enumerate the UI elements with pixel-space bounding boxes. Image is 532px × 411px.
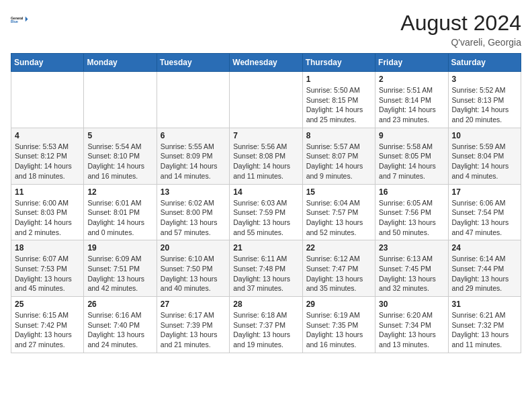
- day-info: Sunrise: 6:19 AMSunset: 7:35 PMDaylight:…: [306, 310, 371, 350]
- calendar-cell: 9Sunrise: 5:58 AMSunset: 8:05 PMDaylight…: [375, 128, 448, 184]
- calendar-cell: 26Sunrise: 6:16 AMSunset: 7:40 PMDayligh…: [84, 297, 157, 353]
- day-number: 18: [15, 243, 80, 253]
- day-info: Sunrise: 5:59 AMSunset: 8:04 PMDaylight:…: [452, 142, 517, 181]
- day-number: 28: [233, 300, 298, 309]
- logo: GeneralBlue: [11, 11, 30, 30]
- day-number: 24: [452, 243, 517, 253]
- calendar-cell: 18Sunrise: 6:07 AMSunset: 7:53 PMDayligh…: [11, 240, 84, 297]
- calendar-header-friday: Friday: [375, 54, 448, 72]
- calendar-cell: 1Sunrise: 5:50 AMSunset: 8:15 PMDaylight…: [302, 72, 375, 128]
- calendar: SundayMondayTuesdayWednesdayThursdayFrid…: [11, 53, 521, 353]
- calendar-cell: 12Sunrise: 6:01 AMSunset: 8:01 PMDayligh…: [84, 184, 157, 240]
- calendar-cell: 15Sunrise: 6:04 AMSunset: 7:57 PMDayligh…: [302, 184, 375, 240]
- calendar-header: SundayMondayTuesdayWednesdayThursdayFrid…: [11, 54, 521, 72]
- day-number: 2: [379, 75, 444, 84]
- day-info: Sunrise: 6:09 AMSunset: 7:51 PMDaylight:…: [87, 254, 152, 293]
- calendar-cell: 20Sunrise: 6:10 AMSunset: 7:50 PMDayligh…: [157, 240, 229, 297]
- page-header: GeneralBlue August 2024 Q'vareli, Georgi…: [11, 11, 521, 48]
- calendar-week-1: 1Sunrise: 5:50 AMSunset: 8:15 PMDaylight…: [11, 72, 521, 128]
- day-number: 20: [161, 243, 226, 253]
- day-info: Sunrise: 6:12 AMSunset: 7:47 PMDaylight:…: [306, 254, 371, 293]
- day-info: Sunrise: 6:11 AMSunset: 7:48 PMDaylight:…: [233, 254, 298, 293]
- day-number: 12: [87, 187, 152, 197]
- calendar-cell: 22Sunrise: 6:12 AMSunset: 7:47 PMDayligh…: [302, 240, 375, 297]
- calendar-cell: 30Sunrise: 6:20 AMSunset: 7:34 PMDayligh…: [375, 297, 448, 353]
- day-number: 4: [15, 131, 80, 140]
- day-info: Sunrise: 6:03 AMSunset: 7:59 PMDaylight:…: [233, 198, 298, 238]
- calendar-cell: 8Sunrise: 5:57 AMSunset: 8:07 PMDaylight…: [302, 128, 375, 184]
- calendar-cell: 24Sunrise: 6:14 AMSunset: 7:44 PMDayligh…: [448, 240, 521, 297]
- day-number: 16: [379, 187, 444, 197]
- calendar-cell: 16Sunrise: 6:05 AMSunset: 7:56 PMDayligh…: [375, 184, 448, 240]
- day-info: Sunrise: 5:52 AMSunset: 8:13 PMDaylight:…: [452, 85, 517, 125]
- calendar-cell: [84, 72, 157, 128]
- calendar-cell: 31Sunrise: 6:21 AMSunset: 7:32 PMDayligh…: [448, 297, 521, 353]
- day-number: 27: [161, 300, 226, 309]
- calendar-header-sunday: Sunday: [11, 54, 84, 72]
- day-info: Sunrise: 5:58 AMSunset: 8:05 PMDaylight:…: [379, 142, 444, 181]
- calendar-header-tuesday: Tuesday: [157, 54, 229, 72]
- calendar-cell: 6Sunrise: 5:55 AMSunset: 8:09 PMDaylight…: [157, 128, 229, 184]
- day-info: Sunrise: 6:05 AMSunset: 7:56 PMDaylight:…: [379, 198, 444, 238]
- day-number: 1: [306, 75, 371, 84]
- day-info: Sunrise: 6:15 AMSunset: 7:42 PMDaylight:…: [15, 310, 80, 350]
- day-number: 22: [306, 243, 371, 253]
- day-number: 23: [379, 243, 444, 253]
- day-number: 6: [161, 131, 226, 140]
- calendar-cell: 17Sunrise: 6:06 AMSunset: 7:54 PMDayligh…: [448, 184, 521, 240]
- day-info: Sunrise: 5:53 AMSunset: 8:12 PMDaylight:…: [15, 142, 80, 181]
- day-number: 21: [233, 243, 298, 253]
- day-number: 14: [233, 187, 298, 197]
- day-number: 30: [379, 300, 444, 309]
- calendar-cell: 2Sunrise: 5:51 AMSunset: 8:14 PMDaylight…: [375, 72, 448, 128]
- day-info: Sunrise: 5:51 AMSunset: 8:14 PMDaylight:…: [379, 85, 444, 125]
- month-title: August 2024: [400, 11, 521, 36]
- day-info: Sunrise: 6:21 AMSunset: 7:32 PMDaylight:…: [452, 310, 517, 350]
- calendar-cell: 3Sunrise: 5:52 AMSunset: 8:13 PMDaylight…: [448, 72, 521, 128]
- day-number: 19: [87, 243, 152, 253]
- day-info: Sunrise: 6:04 AMSunset: 7:57 PMDaylight:…: [306, 198, 371, 238]
- day-number: 5: [87, 131, 152, 140]
- day-info: Sunrise: 6:01 AMSunset: 8:01 PMDaylight:…: [87, 198, 152, 238]
- day-info: Sunrise: 5:55 AMSunset: 8:09 PMDaylight:…: [161, 142, 226, 181]
- logo-icon: GeneralBlue: [11, 11, 30, 30]
- calendar-cell: 29Sunrise: 6:19 AMSunset: 7:35 PMDayligh…: [302, 297, 375, 353]
- calendar-cell: 13Sunrise: 6:02 AMSunset: 8:00 PMDayligh…: [157, 184, 229, 240]
- day-info: Sunrise: 6:18 AMSunset: 7:37 PMDaylight:…: [233, 310, 298, 350]
- calendar-cell: 23Sunrise: 6:13 AMSunset: 7:45 PMDayligh…: [375, 240, 448, 297]
- day-info: Sunrise: 6:13 AMSunset: 7:45 PMDaylight:…: [379, 254, 444, 293]
- location: Q'vareli, Georgia: [400, 37, 521, 48]
- calendar-cell: 27Sunrise: 6:17 AMSunset: 7:39 PMDayligh…: [157, 297, 229, 353]
- day-number: 8: [306, 131, 371, 140]
- day-number: 25: [15, 300, 80, 309]
- calendar-header-thursday: Thursday: [302, 54, 375, 72]
- day-info: Sunrise: 6:20 AMSunset: 7:34 PMDaylight:…: [379, 310, 444, 350]
- calendar-week-5: 25Sunrise: 6:15 AMSunset: 7:42 PMDayligh…: [11, 297, 521, 353]
- day-number: 3: [452, 75, 517, 84]
- calendar-cell: 5Sunrise: 5:54 AMSunset: 8:10 PMDaylight…: [84, 128, 157, 184]
- day-number: 29: [306, 300, 371, 309]
- day-info: Sunrise: 6:10 AMSunset: 7:50 PMDaylight:…: [161, 254, 226, 293]
- day-number: 17: [452, 187, 517, 197]
- day-info: Sunrise: 6:14 AMSunset: 7:44 PMDaylight:…: [452, 254, 517, 293]
- day-info: Sunrise: 6:02 AMSunset: 8:00 PMDaylight:…: [161, 198, 226, 238]
- day-number: 11: [15, 187, 80, 197]
- calendar-cell: 7Sunrise: 5:56 AMSunset: 8:08 PMDaylight…: [230, 128, 302, 184]
- day-number: 13: [161, 187, 226, 197]
- day-info: Sunrise: 6:06 AMSunset: 7:54 PMDaylight:…: [452, 198, 517, 238]
- day-number: 15: [306, 187, 371, 197]
- day-info: Sunrise: 6:00 AMSunset: 8:03 PMDaylight:…: [15, 198, 80, 238]
- day-number: 10: [452, 131, 517, 140]
- day-number: 31: [452, 300, 517, 309]
- calendar-week-3: 11Sunrise: 6:00 AMSunset: 8:03 PMDayligh…: [11, 184, 521, 240]
- calendar-cell: 14Sunrise: 6:03 AMSunset: 7:59 PMDayligh…: [230, 184, 302, 240]
- day-number: 26: [87, 300, 152, 309]
- calendar-cell: 19Sunrise: 6:09 AMSunset: 7:51 PMDayligh…: [84, 240, 157, 297]
- calendar-header-monday: Monday: [84, 54, 157, 72]
- day-info: Sunrise: 5:56 AMSunset: 8:08 PMDaylight:…: [233, 142, 298, 181]
- calendar-cell: 4Sunrise: 5:53 AMSunset: 8:12 PMDaylight…: [11, 128, 84, 184]
- calendar-header-wednesday: Wednesday: [230, 54, 302, 72]
- day-info: Sunrise: 5:57 AMSunset: 8:07 PMDaylight:…: [306, 142, 371, 181]
- svg-text:Blue: Blue: [11, 20, 18, 24]
- day-info: Sunrise: 6:07 AMSunset: 7:53 PMDaylight:…: [15, 254, 80, 293]
